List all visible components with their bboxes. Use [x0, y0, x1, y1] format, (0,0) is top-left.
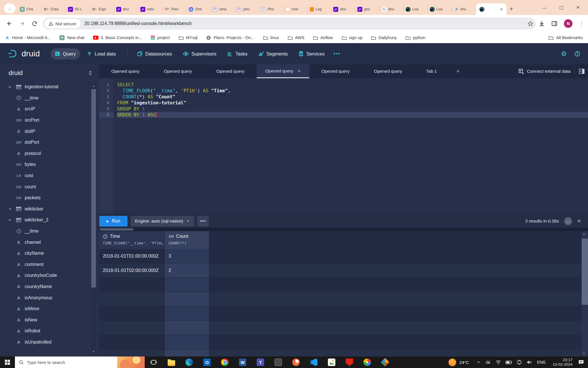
tree-item-srcIP[interactable]: AsrcIP [0, 103, 91, 115]
tree-item-srcPort[interactable]: 123srcPort [0, 115, 91, 126]
bookmark-item[interactable]: AWS [288, 35, 305, 40]
download-results-icon[interactable]: ↓ [564, 217, 572, 225]
nav-overflow-icon[interactable]: ••• [331, 51, 343, 57]
time-cell[interactable] [99, 306, 165, 321]
tab-search-button[interactable]: ⌄ [4, 3, 16, 13]
table-row[interactable] [99, 335, 582, 350]
browser-tab[interactable]: y!goo [355, 3, 380, 15]
all-bookmarks-button[interactable]: All Bookmarks [548, 35, 583, 40]
time-cell[interactable] [99, 278, 165, 292]
browser-tab[interactable]: y!drui [331, 3, 355, 15]
results-hscrollbar[interactable] [99, 228, 588, 231]
count-cell[interactable]: 3 [165, 249, 209, 263]
tab-close-icon[interactable]: ✕ [500, 7, 503, 12]
browser-menu-icon[interactable]: ⋮ [579, 20, 584, 27]
start-button[interactable] [0, 356, 15, 368]
time-cell[interactable] [99, 350, 165, 356]
clock-widget[interactable]: 23:17 13-02-2024 [553, 358, 572, 367]
table-row[interactable] [99, 321, 582, 335]
pinwheel-taskbar-icon[interactable] [358, 356, 376, 368]
query-tab[interactable]: Opened query [152, 64, 204, 78]
bookmark-item[interactable]: Dailyhuny [371, 35, 397, 40]
tree-item-isMinor[interactable]: AisMinor [0, 303, 91, 315]
bookmark-item[interactable]: Airflow [313, 35, 333, 40]
diamond-taskbar-icon[interactable] [376, 356, 394, 368]
chevron-right-icon[interactable] [8, 207, 13, 211]
browser-tab[interactable]: Wpho [235, 3, 259, 15]
photos-taskbar-icon[interactable] [323, 356, 341, 368]
tree-item-__time[interactable]: __time [0, 93, 91, 104]
tree-item-dstPort[interactable]: 123dstPort [0, 137, 91, 148]
nav-item-services[interactable]: Services [294, 48, 329, 60]
browser-tab[interactable]: @Pho [259, 3, 283, 15]
help-icon[interactable] [574, 51, 581, 57]
chevron-down-icon[interactable] [8, 85, 13, 89]
count-cell[interactable] [165, 292, 209, 306]
close-results-icon[interactable]: ✕ [577, 218, 581, 224]
bookmark-item[interactable]: sign up [342, 35, 363, 40]
tree-item-dstIP[interactable]: AdstIP [0, 126, 91, 137]
tree-item-comment[interactable]: Acomment [0, 259, 91, 270]
query-tab[interactable]: Opened query [99, 64, 152, 78]
count-cell[interactable] [165, 335, 209, 349]
sidebar-scroll-thumb[interactable] [91, 89, 96, 288]
window-minimize-button[interactable]: — [536, 2, 553, 13]
run-button[interactable]: ▶ Run [99, 216, 127, 227]
tab-close-icon[interactable]: ✕ [297, 69, 301, 73]
browser-tab[interactable]: Log [307, 3, 331, 15]
nav-item-load-data[interactable]: Load data [82, 48, 120, 60]
bookmark-item[interactable]: python [405, 35, 425, 40]
scroll-down-icon[interactable]: ▼ [91, 350, 96, 353]
results-vscrollbar[interactable]: ▲ ▼ [582, 231, 588, 356]
tree-item-isUnpatrolled[interactable]: AisUnpatrolled [0, 337, 91, 348]
bookmark-item[interactable]: project [151, 35, 170, 40]
tree-item-ingestion-tutorial[interactable]: ingestion-tutorial [0, 81, 91, 93]
panel-toggle-icon[interactable] [579, 69, 585, 74]
weather-widget[interactable]: 24°C [443, 359, 474, 366]
count-cell[interactable]: 2 [165, 263, 209, 277]
tree-item-countryIsoCode[interactable]: AcountryIsoCode [0, 270, 91, 281]
tree-item-isAnonymous[interactable]: AisAnonymous [0, 292, 91, 303]
browser-tab[interactable]: Hon [283, 3, 307, 15]
query-tab[interactable]: Tab 1 [414, 64, 449, 78]
tree-item-bytes[interactable]: 123bytes [0, 159, 91, 170]
cast-icon[interactable] [517, 360, 522, 365]
new-query-tab-button[interactable]: + [449, 64, 467, 78]
tree-item-wikiticker[interactable]: wikiticker [0, 204, 91, 215]
tree-item-isRobot[interactable]: AisRobot [0, 325, 91, 337]
back-icon[interactable] [6, 20, 13, 27]
count-cell[interactable] [165, 278, 209, 292]
bookmark-item[interactable]: linux [263, 35, 279, 40]
browser-tab[interactable]: Alinu [452, 3, 476, 15]
browser-tab[interactable]: y!IIS L [66, 3, 90, 15]
query-tab[interactable]: Opened query [309, 64, 362, 78]
tree-item-countryName[interactable]: AcountryName [0, 281, 91, 292]
reload-icon[interactable] [32, 21, 38, 27]
bookmark-item[interactable]: Plans- Projects - On... [206, 35, 254, 40]
teams-taskbar-icon[interactable]: T [252, 356, 269, 368]
browser-tab[interactable]: Loa [404, 3, 428, 15]
url-text[interactable]: 20.198.114.79:8888/unified-console.html#… [84, 21, 192, 26]
address-bar[interactable]: Not secure 20.198.114.79:8888/unified-co… [43, 18, 536, 30]
postman-taskbar-icon[interactable] [287, 356, 305, 368]
bookmark-item[interactable]: AHome - Microsoft A... [5, 35, 51, 40]
query-tab[interactable]: Opened query [362, 64, 414, 78]
nav-item-query[interactable]: Query [51, 48, 80, 60]
table-row[interactable] [99, 292, 582, 306]
word-taskbar-icon[interactable]: W [234, 356, 252, 368]
table-row[interactable] [99, 278, 582, 292]
query-more-button[interactable]: ••• [197, 216, 209, 227]
bookmark-item[interactable]: ▶3. Basic Concepts in... [93, 35, 142, 40]
table-row[interactable]: 2018-01-01T02:00:00.000Z2 [99, 263, 582, 278]
mute-icon[interactable] [527, 360, 532, 365]
scroll-up-icon[interactable]: ▲ [582, 233, 586, 235]
sql-editor[interactable]: 123456 SELECT TIME_FLOOR("__time", 'PT1H… [99, 78, 588, 214]
window-maximize-button[interactable]: ▢ [553, 2, 570, 13]
new-tab-button[interactable]: + [507, 5, 516, 13]
browser-tab[interactable]: y!redu [138, 3, 163, 15]
tree-item-cost[interactable]: 1.0cost [0, 170, 91, 181]
table-row[interactable] [99, 306, 582, 321]
browser-tab[interactable]: y!drui [114, 3, 138, 15]
time-cell[interactable] [99, 321, 165, 335]
tree-item-packets[interactable]: 123packets [0, 192, 91, 204]
